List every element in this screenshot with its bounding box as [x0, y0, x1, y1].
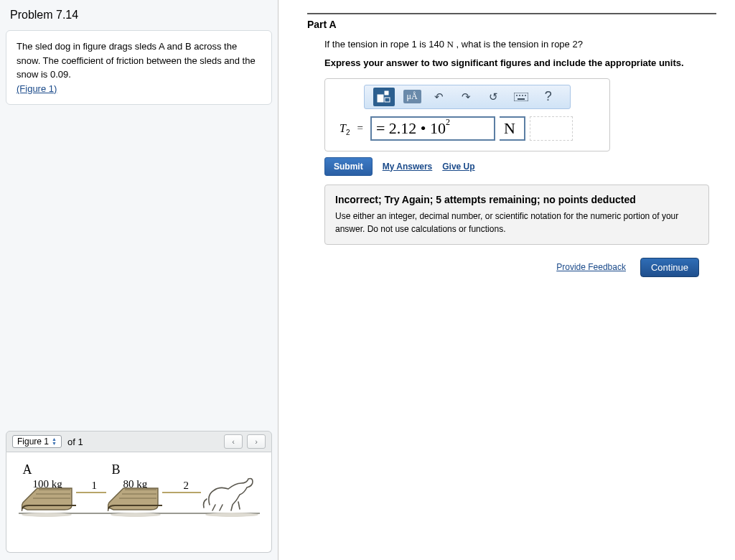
figure-link[interactable]: (Figure 1): [17, 83, 57, 94]
left-panel: Problem 7.14 The sled dog in figure drag…: [0, 0, 278, 560]
figure-panel: Figure 1 ▲▼ of 1 ‹ › A 100 kg B: [6, 431, 272, 553]
feedback-body: Use either an integer, decimal number, o…: [335, 210, 698, 235]
answer-exponent: 2: [446, 117, 450, 128]
answer-row: T2 = = 2.12 • 102 N: [340, 116, 604, 141]
figure-image: A 100 kg B 80 kg 1 2: [17, 462, 261, 520]
continue-button[interactable]: Continue: [640, 258, 699, 277]
sled-a-label: A: [23, 462, 32, 477]
rope2-label: 2: [184, 480, 189, 492]
feedback-box: Incorrect; Try Again; 5 attempts remaini…: [324, 185, 709, 245]
problem-title: Problem 7.14: [6, 9, 272, 22]
answer-variable: T2: [340, 122, 350, 135]
right-panel: Part A If the tension in rope 1 is 140 N…: [278, 0, 735, 560]
footer-row: Provide Feedback Continue: [307, 258, 699, 277]
problem-statement: The sled dog in figure drags sleds A and…: [6, 30, 272, 105]
svg-rect-7: [385, 91, 388, 95]
answer-unit-input[interactable]: N: [500, 116, 525, 141]
template-button[interactable]: [373, 88, 395, 106]
instruction-text: Express your answer to two significant f…: [324, 57, 716, 68]
problem-text: The sled dog in figure drags sleds A and…: [17, 41, 256, 80]
figure-count: of 1: [67, 437, 83, 447]
figure-select[interactable]: Figure 1 ▲▼: [12, 435, 62, 448]
question-text: If the tension in rope 1 is 140 N , what…: [324, 37, 716, 52]
provide-feedback-link[interactable]: Provide Feedback: [556, 262, 626, 272]
figure-body: A 100 kg B 80 kg 1 2: [6, 452, 272, 553]
reset-button[interactable]: ↺: [484, 88, 503, 106]
answer-value-input[interactable]: = 2.12 • 102: [370, 116, 495, 141]
answer-value-text: = 2.12 • 10: [376, 119, 446, 138]
divider: [307, 13, 716, 14]
answer-panel: μÅ ↶ ↷ ↺ ? T2 = = 2.12 • 102 N: [324, 78, 610, 151]
svg-rect-14: [518, 98, 525, 100]
undo-button[interactable]: ↶: [430, 88, 449, 106]
equation-toolbar: μÅ ↶ ↷ ↺ ?: [364, 85, 571, 109]
my-answers-link[interactable]: My Answers: [383, 162, 433, 172]
svg-rect-8: [385, 98, 390, 102]
help-button[interactable]: ?: [539, 88, 558, 106]
sled-b-label: B: [112, 462, 121, 477]
figure-header: Figure 1 ▲▼ of 1 ‹ ›: [6, 431, 272, 452]
svg-point-10: [516, 95, 518, 96]
rope1-label: 1: [92, 480, 98, 492]
question-unit: N: [447, 39, 454, 50]
svg-rect-9: [514, 93, 528, 101]
units-button[interactable]: μÅ: [403, 90, 421, 103]
feedback-title: Incorrect; Try Again; 5 attempts remaini…: [335, 194, 698, 205]
svg-rect-6: [378, 95, 383, 102]
svg-point-11: [519, 95, 520, 96]
submit-button[interactable]: Submit: [324, 157, 373, 176]
spinner-icon: ▲▼: [52, 437, 57, 446]
keyboard-button[interactable]: [512, 88, 530, 106]
figure-select-label: Figure 1: [17, 437, 49, 447]
answer-extra-box[interactable]: [530, 116, 573, 141]
equals-sign: =: [357, 122, 362, 134]
dog-icon: [201, 473, 258, 514]
button-row: Submit My Answers Give Up: [324, 157, 716, 176]
figure-next-button[interactable]: ›: [247, 434, 266, 449]
svg-point-12: [522, 95, 523, 96]
question-post: , what is the tension in rope 2?: [454, 39, 583, 50]
figure-prev-button[interactable]: ‹: [224, 434, 243, 449]
give-up-link[interactable]: Give Up: [442, 162, 474, 172]
svg-point-13: [525, 95, 526, 96]
redo-button[interactable]: ↷: [457, 88, 476, 106]
part-title: Part A: [307, 19, 716, 30]
question-pre: If the tension in rope 1 is 140: [324, 39, 447, 50]
